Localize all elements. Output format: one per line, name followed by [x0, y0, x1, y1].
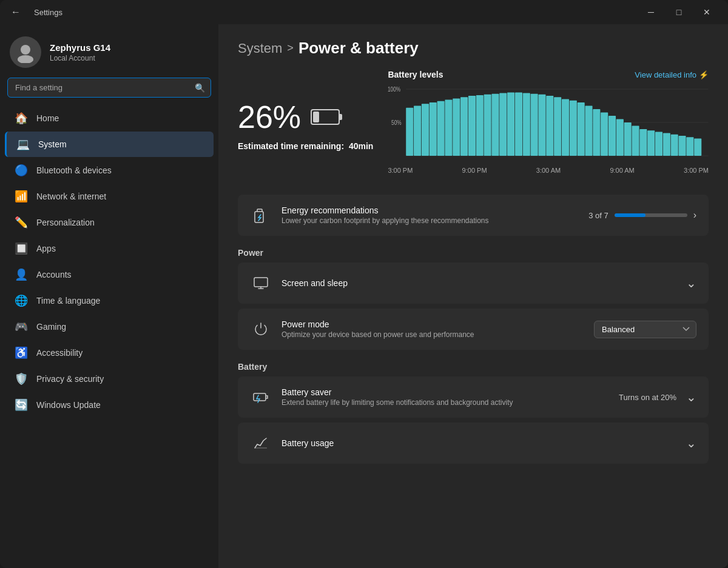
account-type: Local Account — [50, 54, 110, 62]
chart-title: Battery levels — [388, 70, 443, 79]
chart-header: Battery levels View detailed info ⚡ — [388, 70, 709, 79]
search-input[interactable] — [7, 78, 211, 98]
svg-rect-37 — [640, 129, 647, 156]
svg-rect-11 — [437, 101, 445, 156]
avatar — [10, 36, 41, 68]
svg-rect-43 — [687, 137, 694, 156]
svg-rect-12 — [445, 100, 453, 156]
battery-time: Estimated time remaining: 40min — [238, 141, 373, 151]
svg-rect-32 — [601, 113, 608, 156]
sidebar-item-home[interactable]: 🏠 Home — [5, 105, 214, 131]
breadcrumb-current: Power & battery — [298, 39, 419, 58]
screen-sleep-text: Screen and sleep — [281, 278, 676, 288]
svg-rect-33 — [608, 116, 616, 156]
power-mode-icon — [250, 318, 272, 340]
svg-rect-38 — [648, 130, 655, 156]
sidebar-item-bluetooth[interactable]: 🔵 Bluetooth & devices — [5, 158, 214, 183]
svg-rect-31 — [593, 109, 601, 156]
battery-usage-row: Battery usage ⌄ — [238, 423, 709, 464]
personalization-icon: ✏️ — [15, 216, 28, 229]
svg-rect-28 — [570, 101, 577, 156]
svg-rect-10 — [430, 102, 437, 156]
power-mode-right: Best power efficiencyBalancedBest perfor… — [594, 321, 696, 338]
svg-rect-44 — [695, 138, 702, 156]
settings-window: ← Settings ─ □ ✕ — [0, 0, 728, 568]
chevron-down-icon-usage: ⌄ — [686, 436, 696, 450]
energy-recommendations-card[interactable]: Energy recommendations Lower your carbon… — [238, 195, 709, 236]
maximize-button[interactable]: □ — [665, 2, 693, 22]
breadcrumb-parent: System — [238, 41, 282, 56]
screen-sleep-title: Screen and sleep — [281, 278, 676, 288]
window-controls: ─ □ ✕ — [637, 2, 721, 22]
user-info: Zephyrus G14 Local Account — [50, 42, 110, 62]
bluetooth-icon: 🔵 — [15, 164, 28, 177]
energy-rec-subtitle: Lower your carbon footprint by applying … — [281, 216, 579, 225]
sidebar-item-accounts[interactable]: 👤 Accounts — [5, 262, 214, 287]
svg-rect-30 — [585, 106, 593, 156]
battery-saver-subtitle: Extend battery life by limiting some not… — [281, 398, 609, 407]
power-mode-text: Power mode Optimize your device based on… — [281, 319, 584, 339]
energy-rec-right: 3 of 7 › — [588, 210, 696, 221]
titlebar-title: Settings — [34, 8, 62, 17]
power-mode-subtitle: Optimize your device based on power use … — [281, 330, 584, 339]
sidebar-item-label-gaming: Gaming — [36, 322, 66, 332]
svg-rect-9 — [422, 104, 429, 156]
svg-rect-40 — [663, 133, 670, 156]
chart-label-1: 9:00 PM — [462, 167, 487, 174]
energy-rec-progress-fill — [615, 213, 646, 217]
username: Zephyrus G14 — [50, 42, 110, 53]
battery-usage-card[interactable]: Battery usage ⌄ — [238, 423, 709, 464]
battery-section-title: Battery — [238, 362, 709, 372]
svg-rect-13 — [453, 98, 460, 156]
sidebar-item-label-system: System — [38, 139, 67, 149]
user-profile[interactable]: Zephyrus G14 Local Account — [0, 24, 218, 78]
battery-saver-card[interactable]: Battery saver Extend battery life by lim… — [238, 376, 709, 418]
home-icon: 🏠 — [15, 112, 28, 125]
power-mode-dropdown[interactable]: Best power efficiencyBalancedBest perfor… — [594, 321, 696, 338]
breadcrumb: System > Power & battery — [238, 39, 709, 58]
lightning-icon: ⚡ — [699, 70, 709, 79]
battery-usage-text: Battery usage — [281, 438, 676, 448]
sidebar-item-label-privacy: Privacy & security — [36, 374, 104, 384]
sidebar-item-system[interactable]: 💻 System — [5, 132, 214, 157]
sidebar-item-apps[interactable]: 🔲 Apps — [5, 236, 214, 261]
svg-point-0 — [21, 45, 30, 55]
back-button[interactable]: ← — [7, 4, 24, 21]
search-container: 🔍 — [7, 78, 211, 98]
battery-status: 26% Estimated time remaining: 40min — [238, 70, 373, 180]
svg-rect-22 — [523, 93, 530, 156]
svg-rect-42 — [679, 136, 686, 156]
close-button[interactable]: ✕ — [693, 2, 721, 22]
power-mode-row: Power mode Optimize your device based on… — [238, 309, 709, 350]
sidebar-item-update[interactable]: 🔄 Windows Update — [5, 392, 214, 418]
view-detailed-info-link[interactable]: View detailed info ⚡ — [635, 70, 709, 79]
sidebar-item-privacy[interactable]: 🛡️ Privacy & security — [5, 366, 214, 392]
sidebar-item-accessibility[interactable]: ♿ Accessibility — [5, 340, 214, 366]
battery-saver-row: Battery saver Extend battery life by lim… — [238, 376, 709, 418]
power-mode-title: Power mode — [281, 319, 584, 329]
svg-rect-41 — [671, 135, 678, 156]
sidebar-item-gaming[interactable]: 🎮 Gaming — [5, 314, 214, 339]
sidebar-item-label-network: Network & internet — [36, 192, 106, 201]
breadcrumb-separator: > — [287, 42, 294, 55]
gaming-icon: 🎮 — [15, 320, 28, 333]
energy-rec-progress-text: 3 of 7 — [588, 211, 608, 220]
sidebar-item-time[interactable]: 🌐 Time & language — [5, 288, 214, 313]
svg-rect-24 — [539, 95, 546, 156]
apps-icon: 🔲 — [15, 242, 28, 255]
battery-saver-right: Turns on at 20% ⌄ — [619, 390, 696, 404]
battery-icon — [311, 109, 340, 125]
chart-label-2: 3:00 AM — [536, 167, 561, 174]
screen-sleep-right: ⌄ — [686, 276, 696, 290]
battery-saver-text: Battery saver Extend battery life by lim… — [281, 387, 609, 407]
minimize-button[interactable]: ─ — [637, 2, 665, 22]
sidebar-item-label-update: Windows Update — [36, 400, 101, 410]
energy-icon — [250, 204, 272, 226]
sidebar-item-personalization[interactable]: ✏️ Personalization — [5, 210, 214, 235]
screen-sleep-card[interactable]: Screen and sleep ⌄ — [238, 262, 709, 304]
sidebar-item-network[interactable]: 📶 Network & internet — [5, 184, 214, 209]
chart-label-0: 3:00 PM — [388, 167, 413, 174]
sidebar-item-label-personalization: Personalization — [36, 218, 95, 227]
battery-percentage-display: 26% — [238, 99, 373, 135]
svg-rect-39 — [655, 132, 662, 156]
